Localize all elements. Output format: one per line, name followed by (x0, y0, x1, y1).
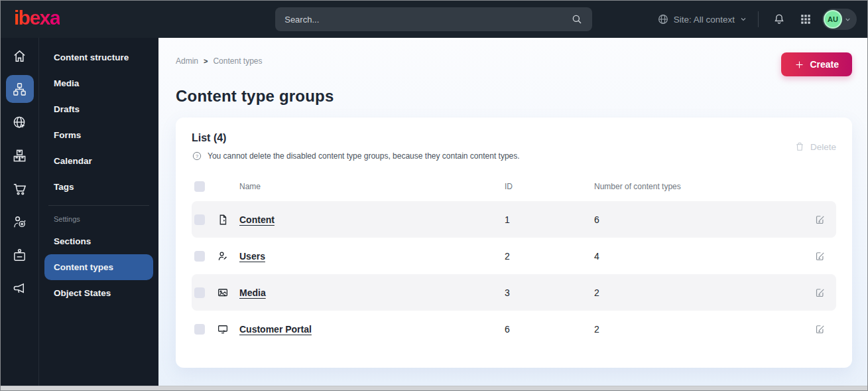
user-menu[interactable]: AU (822, 9, 857, 30)
product-catalog-icon (12, 148, 27, 163)
edit-button[interactable] (807, 287, 834, 299)
topbar-right-cluster: Site: All context AU (657, 9, 857, 30)
site-icon (12, 115, 27, 130)
chevron-down-icon (739, 15, 747, 23)
group-count: 6 (594, 214, 807, 225)
help-icon: ? (192, 151, 202, 161)
table-row: Users 2 4 (192, 238, 836, 274)
commerce-cart-icon (12, 181, 27, 196)
list-hint-text: You cannot delete the disabled content t… (208, 151, 520, 161)
list-hint: ? You cannot delete the disabled content… (192, 151, 520, 161)
group-count: 2 (594, 324, 807, 335)
column-header-id: ID (505, 182, 594, 191)
app-switcher-button[interactable] (796, 9, 816, 29)
global-search[interactable] (275, 7, 592, 31)
plus-icon (794, 60, 804, 70)
content-type-groups-table: Name ID Number of content types Content … (192, 172, 836, 347)
file-icon (217, 214, 239, 226)
sidebar-section-settings: Settings (44, 211, 153, 228)
table-row: Media 3 2 (192, 274, 836, 311)
breadcrumb: Admin > Content types (176, 56, 263, 66)
column-header-name: Name (239, 182, 505, 191)
sidebar-item-label: Content types (54, 262, 113, 272)
table-row: Customer Portal 6 2 (192, 311, 836, 347)
group-id: 3 (505, 287, 594, 298)
sidebar-item-label: Tags (54, 182, 74, 192)
admin-badge-icon (12, 248, 27, 263)
app-window: ibexa Site: All context (0, 0, 868, 391)
window-bottom-edge (1, 386, 867, 390)
sidebar-item-calendar[interactable]: Calendar (44, 148, 153, 174)
sidebar-item-label: Content structure (54, 52, 129, 62)
list-title: List (4) (192, 132, 520, 144)
row-checkbox[interactable] (194, 251, 205, 262)
app-grid-icon (800, 13, 812, 25)
delete-button[interactable]: Delete (794, 141, 836, 152)
rail-item-commerce[interactable] (6, 175, 34, 202)
delete-button-label: Delete (810, 142, 836, 152)
row-checkbox[interactable] (194, 287, 205, 298)
edit-icon (814, 214, 826, 226)
topbar-divider (758, 11, 759, 27)
edit-button[interactable] (807, 323, 834, 335)
image-icon (217, 287, 239, 299)
sidebar-item-label: Drafts (54, 104, 80, 114)
group-name-link[interactable]: Content (239, 214, 275, 225)
breadcrumb-admin[interactable]: Admin (176, 56, 198, 66)
notifications-button[interactable] (769, 9, 789, 29)
promotions-megaphone-icon (12, 281, 27, 296)
rail-item-dashboard[interactable] (6, 42, 34, 70)
group-name-link[interactable]: Customer Portal (239, 324, 312, 335)
sidebar-item-object-states[interactable]: Object States (44, 280, 153, 306)
ibexa-logo: ibexa (14, 8, 60, 31)
edit-icon (814, 323, 826, 335)
row-checkbox[interactable] (194, 214, 205, 225)
group-count: 4 (594, 251, 807, 262)
group-id: 1 (505, 214, 594, 225)
create-button[interactable]: Create (781, 52, 852, 76)
group-name-link[interactable]: Media (239, 287, 266, 298)
sidebar-divider (48, 205, 149, 206)
site-context-selector[interactable]: Site: All context (657, 13, 747, 25)
sidebar-item-content-types[interactable]: Content types (44, 254, 153, 280)
bell-icon (773, 13, 786, 26)
rail-item-site[interactable] (6, 108, 34, 136)
rail-item-product-catalog[interactable] (6, 141, 34, 169)
sidebar-item-content-structure[interactable]: Content structure (44, 44, 153, 70)
group-id: 6 (505, 324, 594, 335)
icon-rail (1, 38, 39, 386)
content-structure-icon (12, 82, 27, 97)
sidebar-item-sections[interactable]: Sections (44, 228, 153, 254)
sidebar-item-tags[interactable]: Tags (44, 174, 153, 200)
sidebar-item-forms[interactable]: Forms (44, 122, 153, 148)
rail-item-admin[interactable] (6, 241, 34, 269)
row-checkbox[interactable] (194, 324, 205, 335)
main-content: Admin > Content types Create Content typ… (158, 38, 867, 386)
personalization-icon (12, 214, 27, 230)
search-input[interactable] (284, 15, 571, 25)
trash-icon (794, 141, 805, 152)
sidebar-item-label: Calendar (54, 156, 92, 166)
globe-icon (657, 13, 669, 25)
edit-button[interactable] (807, 250, 834, 262)
select-all-checkbox[interactable] (194, 181, 205, 192)
sidebar-item-label: Object States (54, 288, 111, 298)
content-type-groups-card: List (4) ? You cannot delete the disable… (176, 117, 852, 368)
sidebar: Content structure Media Drafts Forms Cal… (39, 38, 158, 386)
sidebar-item-label: Forms (54, 130, 81, 140)
group-name-link[interactable]: Users (239, 251, 265, 262)
group-count: 2 (594, 287, 807, 298)
sidebar-item-media[interactable]: Media (44, 70, 153, 96)
rail-item-promotions[interactable] (6, 274, 34, 302)
rail-item-personalization[interactable] (6, 208, 34, 236)
edit-button[interactable] (807, 214, 834, 226)
avatar: AU (824, 10, 842, 29)
avatar-chevron-icon (844, 16, 851, 23)
rail-item-content[interactable] (6, 75, 34, 103)
table-row: Content 1 6 (192, 201, 836, 238)
page-title: Content type groups (176, 87, 852, 106)
home-icon (12, 48, 27, 64)
edit-icon (814, 287, 826, 299)
sidebar-item-label: Media (54, 78, 79, 88)
sidebar-item-drafts[interactable]: Drafts (44, 96, 153, 122)
